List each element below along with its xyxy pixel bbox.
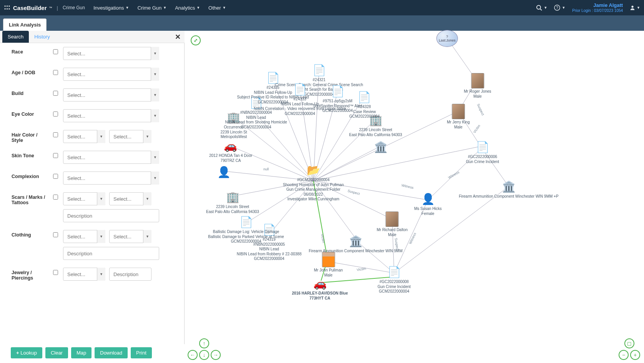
node-task-ballistic[interactable]: 📄 Ballistic Damage Log: Vehicle DamageBa… bbox=[208, 215, 285, 244]
node-person-roger[interactable]: Mr Roger JonesMale bbox=[464, 73, 491, 99]
user-menu-icon[interactable]: ▼ bbox=[630, 5, 640, 10]
help-icon[interactable]: ? ▼ bbox=[554, 5, 565, 11]
check-race[interactable] bbox=[53, 49, 58, 54]
select-eye[interactable] bbox=[63, 109, 159, 122]
label-race: Race bbox=[12, 47, 49, 55]
clear-button[interactable]: Clear bbox=[45, 347, 68, 358]
select-hair-color[interactable] bbox=[63, 130, 105, 143]
node-center-folder[interactable]: 📂 #GCM2022000004Shooting Homicide of Joh… bbox=[283, 163, 344, 202]
user-name: Jamie Algatt bbox=[572, 2, 623, 8]
check-skin[interactable] bbox=[53, 153, 58, 158]
zoom-in-button[interactable]: + bbox=[630, 350, 640, 360]
user-info: Jamie Algatt Prior Login : 03/07/2023 10… bbox=[572, 2, 623, 13]
select-hair-style[interactable] bbox=[109, 130, 151, 143]
node-person-richard[interactable]: Mr Richard DaltonMale bbox=[377, 211, 408, 237]
select-age[interactable] bbox=[63, 68, 159, 81]
select-race[interactable] bbox=[63, 47, 159, 60]
node-person-susan[interactable]: 👤 Ms Susan HicksFemale bbox=[414, 192, 442, 216]
check-hair[interactable] bbox=[53, 132, 58, 137]
map-button[interactable]: Map bbox=[71, 347, 92, 358]
node-ammo-1[interactable]: 🏛️ Firearm Ammunition Component Winchest… bbox=[459, 180, 558, 199]
select-scars-1[interactable] bbox=[63, 192, 105, 205]
svg-rect-0 bbox=[5, 6, 6, 7]
select-complexion[interactable] bbox=[63, 172, 159, 185]
svg-point-6 bbox=[537, 5, 541, 9]
node-ammo-2[interactable]: 🏛️ Firearm Ammunition Component Winchest… bbox=[309, 235, 403, 254]
document-icon: 📄 bbox=[378, 265, 411, 279]
node-query[interactable]: ? Last:Jones bbox=[436, 30, 458, 47]
select-scars-2[interactable] bbox=[109, 192, 151, 205]
search-icon[interactable]: ▼ bbox=[536, 5, 547, 11]
node-person-john[interactable]: Mr John PullmanMale bbox=[314, 252, 343, 278]
svg-line-7 bbox=[540, 9, 542, 10]
select-jewelry[interactable] bbox=[63, 268, 105, 281]
check-build[interactable] bbox=[53, 91, 58, 96]
node-incident-gc8[interactable]: 📄 #GC2022000008Gun Crime IncidentGCM2022… bbox=[378, 265, 411, 294]
nav-investigations[interactable]: Investigations▼ bbox=[93, 5, 129, 11]
select-build[interactable] bbox=[63, 88, 159, 102]
node-vehicle-honda[interactable]: 🚗 2012 HONDA Tan 4 Door790TRZ CA bbox=[209, 139, 252, 163]
node-institution-blank[interactable]: 🏛️ bbox=[374, 140, 388, 155]
svg-rect-1 bbox=[7, 6, 8, 7]
check-complexion[interactable] bbox=[53, 174, 58, 179]
tab-search[interactable]: Search bbox=[2, 31, 29, 43]
institution-icon: 🏛️ bbox=[309, 235, 403, 248]
label-age: Age / DOB bbox=[12, 68, 49, 75]
label-skin: Skin Tone bbox=[12, 151, 49, 158]
node-incident-gc6[interactable]: 📄 #GC2022000006Gun Crime Incident bbox=[466, 140, 499, 164]
pan-right-button[interactable]: → bbox=[211, 350, 221, 360]
button-bar: Lookup Clear Map Download Print bbox=[0, 344, 185, 363]
tab-link-analysis[interactable]: Link Analysis bbox=[3, 18, 47, 31]
search-sidebar: Search History ✕ Race ▼ Age / DOB ▼ bbox=[0, 31, 185, 363]
nav-other[interactable]: Other▼ bbox=[208, 5, 226, 11]
label-jewelry: Jewelry / Piercings bbox=[12, 268, 49, 281]
link-graph-canvas[interactable]: ⤢ bbox=[185, 31, 644, 363]
input-scars-desc[interactable] bbox=[63, 209, 159, 222]
document-icon: 📄 bbox=[466, 140, 499, 154]
lookup-button[interactable]: Lookup bbox=[11, 347, 42, 358]
edge-label: null bbox=[263, 167, 269, 171]
check-eye[interactable] bbox=[53, 112, 58, 117]
pan-down-button[interactable]: ↓ bbox=[199, 350, 209, 360]
node-address-1[interactable]: 🏢 2239 Lincoln StreetEast Palo Alto Cali… bbox=[206, 190, 259, 214]
node-person-unknown[interactable]: 👤 bbox=[217, 165, 231, 180]
brand-logo-icon bbox=[4, 4, 11, 11]
fit-button[interactable]: ◻ bbox=[624, 338, 634, 348]
check-age[interactable] bbox=[53, 70, 58, 75]
node-task-24328[interactable]: 📄 #24328Case ReviewGCM2022000004 bbox=[349, 90, 380, 119]
label-complexion: Complexion bbox=[12, 172, 49, 179]
pan-up-button[interactable]: ↑ bbox=[199, 338, 209, 348]
node-person-jerry[interactable]: Mr Jerry KingMale bbox=[447, 104, 469, 130]
chevron-down-icon: ▼ bbox=[163, 6, 166, 10]
check-clothing[interactable] bbox=[53, 232, 58, 237]
brand-subtitle: Crime Gun bbox=[63, 5, 85, 10]
svg-rect-3 bbox=[5, 8, 6, 10]
check-scars[interactable] bbox=[53, 195, 58, 200]
nav-analytics[interactable]: Analytics▼ bbox=[175, 5, 200, 11]
input-jewelry-desc[interactable] bbox=[109, 268, 151, 281]
pan-left-button[interactable]: ← bbox=[188, 350, 198, 360]
avatar bbox=[452, 104, 465, 119]
svg-point-10 bbox=[631, 6, 633, 8]
institution-icon: 🏛️ bbox=[374, 140, 388, 154]
node-vehicle-harley[interactable]: 🚗 2016 HARLEY-DAVIDSON Blue773HYT CA bbox=[292, 277, 348, 301]
close-icon[interactable]: ✕ bbox=[175, 33, 181, 41]
input-clothing-desc[interactable] bbox=[63, 247, 159, 260]
chevron-down-icon: ▼ bbox=[562, 6, 565, 10]
select-clothing-1[interactable] bbox=[63, 230, 105, 243]
download-button[interactable]: Download bbox=[95, 347, 128, 358]
zoom-out-button[interactable]: − bbox=[619, 350, 629, 360]
chevron-down-icon: ▼ bbox=[223, 6, 226, 10]
car-icon: 🚗 bbox=[209, 139, 252, 153]
document-icon: 📄 bbox=[349, 90, 380, 104]
nav-crime-gun[interactable]: Crime Gun▼ bbox=[137, 5, 166, 11]
label-scars: Scars / Marks / Tattoos bbox=[12, 192, 49, 205]
select-clothing-2[interactable] bbox=[109, 230, 151, 243]
chevron-down-icon: ▼ bbox=[544, 6, 547, 10]
check-jewelry[interactable] bbox=[53, 270, 58, 275]
print-button[interactable]: Print bbox=[131, 347, 152, 358]
select-skin[interactable] bbox=[63, 151, 159, 164]
label-build: Build bbox=[12, 88, 49, 96]
svg-text:?: ? bbox=[556, 6, 559, 10]
tab-history[interactable]: History bbox=[29, 31, 55, 43]
